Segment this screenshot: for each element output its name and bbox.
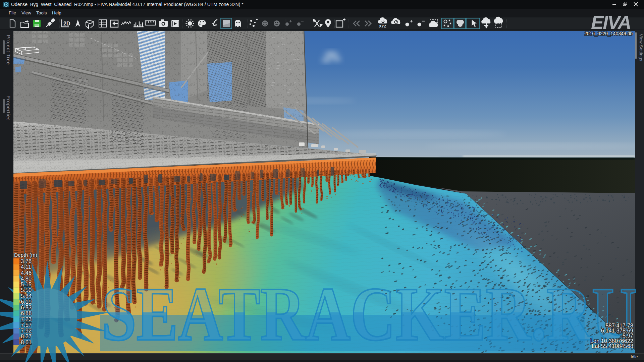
svg-text:Project Tree: Project Tree	[6, 35, 11, 65]
svg-text:EIVA: EIVA	[591, 12, 631, 33]
svg-text:6.88: 6.88	[21, 310, 32, 316]
svg-text:4.80: 4.80	[21, 276, 32, 282]
svg-text:4.46: 4.46	[21, 270, 32, 276]
svg-text:7.92: 7.92	[21, 327, 32, 334]
svg-text:Properties: Properties	[6, 96, 11, 121]
svg-text:5.15: 5.15	[21, 281, 32, 287]
svg-text:Depth (m): Depth (m)	[14, 252, 37, 258]
svg-text:View: View	[21, 10, 31, 15]
svg-text:8.27: 8.27	[21, 333, 32, 339]
svg-text:6.19: 6.19	[21, 299, 32, 305]
svg-text:4.11: 4.11	[21, 264, 31, 270]
svg-text:2D: 2D	[63, 21, 70, 26]
svg-text:8.61: 8.61	[21, 339, 32, 345]
svg-text:XYZ: XYZ	[379, 24, 386, 28]
svg-text:Odense_Byg_West_Cleaned_R02.nm: Odense_Byg_West_Cleaned_R02.nmp - EIVA N…	[11, 2, 244, 7]
svg-text:View Settings: View Settings	[639, 34, 644, 61]
svg-text:3.76: 3.76	[21, 258, 32, 264]
svg-text:6.53: 6.53	[21, 304, 32, 310]
svg-text:7.23: 7.23	[21, 316, 32, 322]
svg-text:Lat 55.41084568: Lat 55.41084568	[592, 343, 633, 349]
svg-text:2016_0220_140349.db: 2016_0220_140349.db	[584, 31, 633, 36]
svg-text:5.84: 5.84	[21, 293, 32, 299]
svg-text:7.57: 7.57	[21, 322, 32, 328]
svg-text:Help: Help	[52, 10, 61, 15]
svg-text:Tools: Tools	[36, 10, 47, 15]
svg-text:File: File	[9, 10, 16, 15]
svg-text:5.50: 5.50	[21, 287, 32, 293]
